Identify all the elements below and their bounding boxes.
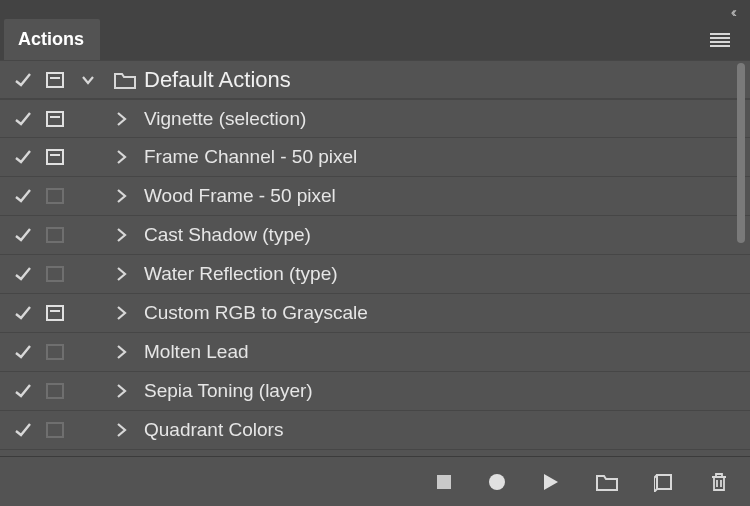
action-row[interactable]: Wood Frame - 50 pixel [0, 177, 750, 216]
toggle-dialog[interactable] [38, 188, 72, 204]
stop-button[interactable] [436, 474, 452, 490]
action-set-label: Default Actions [140, 67, 291, 93]
toggle-checkbox[interactable] [8, 187, 38, 205]
record-button[interactable] [488, 473, 506, 491]
toggle-checkbox[interactable] [8, 110, 38, 128]
toggle-checkbox[interactable] [8, 265, 38, 283]
action-row[interactable]: Frame Channel - 50 pixel [0, 138, 750, 177]
toggle-dialog[interactable] [38, 111, 72, 127]
action-label: Sepia Toning (layer) [140, 380, 313, 402]
action-set-row[interactable]: Default Actions [0, 60, 750, 99]
action-row[interactable]: Vignette (selection) [0, 99, 750, 138]
action-label: Custom RGB to Grayscale [140, 302, 368, 324]
svg-rect-4 [437, 475, 451, 489]
toggle-checkbox[interactable] [8, 304, 38, 322]
svg-rect-7 [657, 475, 671, 489]
disclosure-toggle[interactable] [72, 72, 110, 88]
disclosure-toggle[interactable] [102, 188, 140, 204]
toggle-checkbox[interactable] [8, 343, 38, 361]
action-label: Frame Channel - 50 pixel [140, 146, 357, 168]
toggle-dialog[interactable] [38, 227, 72, 243]
action-label: Wood Frame - 50 pixel [140, 185, 336, 207]
toggle-dialog[interactable] [38, 344, 72, 360]
toggle-dialog[interactable] [38, 72, 72, 88]
toggle-dialog[interactable] [38, 422, 72, 438]
disclosure-toggle[interactable] [102, 149, 140, 165]
toggle-dialog[interactable] [38, 149, 72, 165]
svg-point-5 [489, 474, 505, 490]
toggle-checkbox[interactable] [8, 421, 38, 439]
toggle-dialog[interactable] [38, 266, 72, 282]
panel-title: Actions [18, 29, 84, 49]
new-action-button[interactable] [654, 472, 674, 492]
toggle-dialog[interactable] [38, 383, 72, 399]
action-label: Molten Lead [140, 341, 249, 363]
disclosure-toggle[interactable] [102, 305, 140, 321]
toggle-checkbox[interactable] [8, 382, 38, 400]
panel-menu-icon[interactable] [704, 27, 736, 53]
panel-footer [0, 456, 750, 506]
disclosure-toggle[interactable] [102, 227, 140, 243]
panel-header: Actions [0, 0, 750, 60]
action-row[interactable]: Quadrant Colors [0, 411, 750, 450]
disclosure-toggle[interactable] [102, 111, 140, 127]
action-label: Vignette (selection) [140, 108, 306, 130]
action-row[interactable]: Cast Shadow (type) [0, 216, 750, 255]
panel-collapse-chevrons[interactable]: ‹‹ [731, 4, 734, 20]
action-row[interactable]: Custom RGB to Grayscale [0, 294, 750, 333]
toggle-dialog[interactable] [38, 305, 72, 321]
action-label: Water Reflection (type) [140, 263, 338, 285]
action-row[interactable]: Sepia Toning (layer) [0, 372, 750, 411]
folder-icon [110, 71, 140, 89]
action-row[interactable]: Molten Lead [0, 333, 750, 372]
svg-marker-6 [544, 474, 558, 490]
new-set-button[interactable] [596, 473, 618, 491]
delete-button[interactable] [710, 472, 728, 492]
scrollbar-thumb[interactable] [737, 63, 745, 243]
disclosure-toggle[interactable] [102, 422, 140, 438]
toggle-checkbox[interactable] [8, 71, 38, 89]
action-label: Quadrant Colors [140, 419, 283, 441]
disclosure-toggle[interactable] [102, 344, 140, 360]
toggle-checkbox[interactable] [8, 226, 38, 244]
play-button[interactable] [542, 473, 560, 491]
toggle-checkbox[interactable] [8, 148, 38, 166]
action-row[interactable]: Water Reflection (type) [0, 255, 750, 294]
actions-tab[interactable]: Actions [4, 19, 100, 62]
disclosure-toggle[interactable] [102, 266, 140, 282]
actions-list: Default Actions Vignette (selection) Fra… [0, 60, 750, 456]
action-label: Cast Shadow (type) [140, 224, 311, 246]
disclosure-toggle[interactable] [102, 383, 140, 399]
